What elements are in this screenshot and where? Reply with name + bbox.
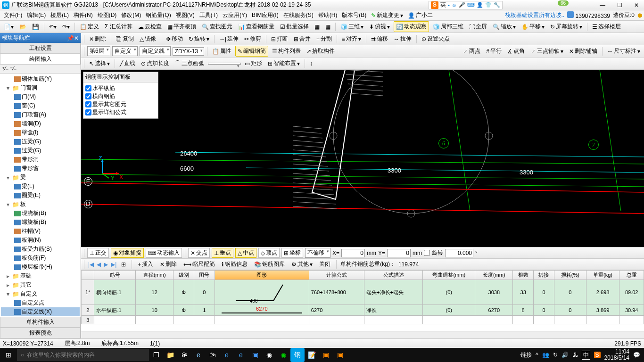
tray-volume-icon[interactable]: 🔊 — [561, 352, 569, 358]
edit-rebar-button[interactable]: ✎ 编辑钢筋 — [235, 46, 268, 57]
coin-icon[interactable]: ⬢ — [637, 12, 642, 19]
table-row[interactable]: 2水平纵筋.110Φ162706270净长(0)62708003.86930.9… — [82, 305, 644, 316]
view-rebar-button[interactable]: 📊 查看钢筋量 — [236, 22, 276, 32]
tree-item[interactable]: 带形窗 — [1, 164, 80, 173]
tab-report[interactable]: 报表预览 — [0, 328, 81, 338]
x-input[interactable] — [341, 249, 365, 257]
view-top-button[interactable]: ⬇ 俯视▾ — [367, 22, 392, 32]
delete-row-button[interactable]: ✕ 删除 — [158, 259, 179, 269]
col-header[interactable]: 长度(mm) — [475, 271, 513, 280]
align-button[interactable]: ≡ 对齐▾ — [340, 34, 363, 44]
tree-item[interactable]: 连梁(G) — [1, 137, 80, 146]
tray-sync-icon[interactable]: ↻ — [553, 352, 558, 358]
col-header[interactable]: 公式描述 — [364, 271, 423, 280]
nav-first[interactable]: |◀ — [88, 261, 94, 268]
col-header[interactable]: 单重(kg) — [586, 271, 619, 280]
trim-button[interactable]: ✂ 修剪 — [242, 34, 263, 44]
point-length-tool[interactable]: ⊙ 点加长度 — [139, 58, 171, 68]
col-header[interactable]: 计算公式 — [309, 271, 364, 280]
tree-item[interactable]: 梁(L) — [1, 182, 80, 191]
viewport[interactable]: 钢筋显示控制面板 水平纵筋 横向钢筋 显示其它图元 显示详细公式 — [81, 70, 644, 247]
tb-misc2[interactable]: ▦ — [323, 23, 332, 31]
select-tool[interactable]: ↖ 选择▾ — [87, 58, 112, 68]
new-button[interactable]: 📄▾ — [2, 23, 16, 31]
threepoint-axis-button[interactable]: ⟋ 三点辅轴▾ — [528, 46, 565, 56]
zoom-button[interactable]: 🔍 缩放▾ — [491, 22, 518, 32]
rebar-lib-button[interactable]: 📚 钢筋图库 — [252, 259, 287, 269]
notification-badge[interactable]: 66 — [558, 0, 569, 6]
tray-ime[interactable]: 中 — [582, 351, 590, 360]
pivot-button[interactable]: ⊙ 设置夹点 — [420, 34, 452, 44]
tree-item[interactable]: ▸📁基础 — [1, 272, 80, 280]
nav-misc[interactable]: ⊞ — [119, 260, 128, 269]
menu-rebar[interactable]: 钢筋量(Q) — [144, 10, 173, 20]
app-edge2[interactable]: e — [220, 348, 234, 362]
tree-item[interactable]: 板洞(N) — [1, 236, 80, 245]
mid-snap[interactable]: △ 中点 — [235, 248, 256, 258]
menu-tools[interactable]: 工具(T) — [198, 10, 220, 20]
tree-item[interactable]: ▾📁梁 — [1, 173, 80, 182]
menu-component[interactable]: 构件(N) — [72, 10, 95, 20]
app-store[interactable]: 🛍 — [206, 348, 220, 362]
open-button[interactable]: 📂 — [17, 23, 28, 31]
component-tree[interactable]: 砌体加筋(Y)▾📁门窗洞门(M)窗(C)门联窗(A)墙洞(D)壁龛(I)连梁(G… — [0, 74, 81, 317]
fullscreen-button[interactable]: ⛶ 全屏 — [467, 22, 489, 32]
rotate-input[interactable] — [445, 249, 473, 257]
flat-top-button[interactable]: ▦ 平齐板顶 — [165, 22, 198, 32]
menu-draw[interactable]: 绘图(D) — [96, 10, 119, 20]
undo-button[interactable]: ↶▾ — [47, 23, 58, 31]
tree-item[interactable]: ▾📁自定义 — [1, 289, 80, 298]
redo-button[interactable]: ↷▾ — [60, 23, 72, 31]
menu-online[interactable]: 在线服务(S) — [281, 10, 315, 20]
app-gbq[interactable]: ▣ — [333, 348, 347, 362]
insert-row-button[interactable]: + 插入 — [136, 259, 155, 269]
pick-component-button[interactable]: ↗ 拾取构件 — [305, 46, 337, 56]
local-3d-button[interactable]: 🧊 局部三维 — [431, 22, 465, 32]
select-floor-button[interactable]: ☰ 选择楼层 — [590, 22, 623, 32]
user-button[interactable]: 👤广小二 — [406, 10, 435, 20]
tree-item[interactable]: 柱帽(V) — [1, 227, 80, 236]
close-data-button[interactable]: 关闭 — [317, 259, 332, 269]
table-row[interactable]: 3 — [82, 316, 644, 324]
nav-prev[interactable]: ◀ — [97, 261, 101, 268]
tray-link[interactable]: 链接 — [520, 351, 532, 359]
osnap-toggle[interactable]: ◉ 对象捕捉 — [111, 248, 144, 258]
tree-collapse-icon[interactable]: ⁻⁄₋ — [10, 66, 17, 72]
panel-close-icon[interactable]: ✕ — [74, 35, 79, 41]
col-header[interactable]: 弯曲调整(mm) — [423, 271, 475, 280]
move-button[interactable]: ✥ 移动 — [164, 34, 185, 44]
close-button[interactable]: ✕ — [631, 2, 642, 8]
vertex-snap[interactable]: ◇ 顶点 — [258, 248, 280, 258]
pan-button[interactable]: ✋ 平移▾ — [520, 22, 546, 32]
component-list-button[interactable]: ☰ 构件列表 — [270, 46, 303, 56]
menu-help[interactable]: 帮助(H) — [316, 10, 339, 20]
tree-item[interactable]: 带形洞 — [1, 155, 80, 164]
batch-select-button[interactable]: ☑ 批量选择 — [278, 22, 311, 32]
parallel-button[interactable]: # 平行 — [484, 46, 504, 56]
delete-axis-button[interactable]: ✕ 删除辅轴 — [567, 46, 599, 56]
break-button[interactable]: ⊟ 打断 — [269, 34, 290, 44]
extend-button[interactable]: →| 延伸 — [217, 34, 240, 44]
intersect-snap[interactable]: ✕ 交点 — [188, 248, 210, 258]
offset-button[interactable]: ⇉ 偏移 — [369, 34, 390, 44]
new-change-button[interactable]: ✎新建变更 ▾ — [369, 10, 405, 20]
tree-item[interactable]: 壁龛(I) — [1, 128, 80, 137]
clock[interactable]: 11:042018/5/14 — [604, 349, 629, 361]
tab-draw[interactable]: 绘图输入 — [0, 54, 81, 65]
task-view[interactable]: ❐ — [149, 348, 163, 362]
start-button[interactable]: ⊞ — [0, 351, 17, 359]
rotate-button[interactable]: ↻ 旋转▾ — [187, 34, 211, 44]
col-header[interactable]: 图号 — [194, 271, 215, 280]
tree-item[interactable]: 自定义线(X) — [1, 307, 80, 316]
tray-sogou-icon[interactable]: S — [594, 352, 601, 358]
col-header[interactable]: 筋号 — [94, 271, 136, 280]
nav-last[interactable]: ▶| — [111, 261, 116, 268]
menu-floor[interactable]: 楼层(L) — [49, 10, 71, 20]
col-header[interactable]: 搭接 — [534, 271, 554, 280]
app-box[interactable]: ▣ — [248, 348, 262, 362]
app-folder[interactable]: 📁 — [163, 348, 177, 362]
dynamic-view-button[interactable]: 🔄 动态观察 — [394, 21, 429, 32]
line-tool[interactable]: ╱ 直线 — [118, 58, 137, 68]
tree-item[interactable]: 楼层板带(H) — [1, 263, 80, 272]
arc-combo[interactable] — [208, 63, 241, 65]
